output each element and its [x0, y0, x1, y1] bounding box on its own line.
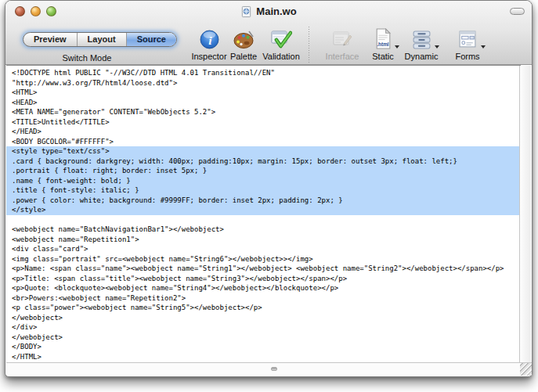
checkmark-window-icon: [271, 30, 292, 49]
tab-preview[interactable]: Preview: [23, 33, 78, 46]
document-proxy-icon[interactable]: [240, 5, 252, 18]
code-line: .power { color: white; background: #9999…: [6, 196, 521, 206]
code-line: </HEAD>: [6, 127, 521, 137]
interface-window-icon: [332, 30, 353, 49]
code-line: <p class="power"><webobject name="String…: [6, 303, 521, 313]
title-bar[interactable]: Main.wo: [5, 1, 532, 22]
html-document-icon: .html: [375, 28, 392, 49]
code-line: <style type="text/css">: [6, 146, 521, 156]
code-line: </webobject>: [6, 313, 521, 323]
code-line: </HTML>: [6, 352, 521, 362]
forms-menu-arrow: [481, 45, 486, 49]
splitter-handle[interactable]: [271, 367, 277, 371]
source-editor[interactable]: <!DOCTYPE html PUBLIC "-//W3C//DTD HTML …: [6, 65, 521, 363]
code-line: .name { font-weight: bold; }: [6, 176, 521, 186]
toolbar-toggle-pill[interactable]: [510, 8, 525, 15]
code-line: .card { background: darkgrey; width: 400…: [6, 156, 521, 167]
forms-label: Forms: [439, 52, 496, 61]
code-line: <webobject name="BatchNavigationBar1"></…: [6, 225, 521, 235]
code-line: <HTML>: [6, 88, 521, 98]
code-line: </BODY>: [6, 342, 521, 352]
code-line: <HEAD>: [6, 98, 521, 108]
dynamic-buttons-icon: [412, 31, 431, 49]
code-line: </style>: [6, 205, 521, 215]
toolbar: Preview Layout Source Switch Mode i Insp…: [5, 22, 532, 65]
code-line: <br>Powers:<webobject name="Repetition2"…: [6, 293, 521, 304]
code-line: .title { font-style: italic; }: [6, 185, 521, 196]
horizontal-scrollbar[interactable]: [6, 362, 533, 376]
code-line: <META NAME="generator" CONTENT="WebObjec…: [6, 107, 521, 117]
mode-segmented-control: Preview Layout Source: [23, 32, 177, 47]
code-line: <p>Quote: <blockquote><webobject name="S…: [6, 283, 521, 293]
tab-layout[interactable]: Layout: [78, 33, 127, 46]
svg-text:i: i: [208, 34, 212, 47]
form-elements-icon: [458, 30, 478, 49]
code-line: "http://www.w3.org/TR/html4/loose.dtd">: [6, 78, 521, 88]
code-line: <p>Title: <span class="title"><webobject…: [6, 274, 521, 284]
code-line: .portrait { float: right; border: inset …: [6, 166, 521, 176]
switch-mode-label: Switch Mode: [23, 53, 151, 63]
code-line: <div class="card">: [6, 244, 521, 254]
code-line: </webobject>: [6, 333, 521, 343]
code-line: <webobject name="Repetition1">: [6, 235, 521, 245]
forms-button[interactable]: Forms: [439, 25, 496, 61]
validation-label: Validation: [252, 52, 310, 61]
code-line: <img class="portrait" src=<webobject nam…: [6, 254, 521, 264]
tab-source[interactable]: Source: [127, 33, 176, 46]
code-line: <BODY BGCOLOR="#FFFFFF">: [6, 137, 521, 147]
main-window: Main.wo Preview Layout Source Switch Mod…: [5, 0, 533, 377]
validation-button[interactable]: Validation: [252, 25, 310, 61]
code-line: </div>: [6, 322, 521, 333]
svg-text:.html: .html: [377, 41, 389, 47]
window-title: Main.wo: [256, 5, 296, 17]
palette-icon: [233, 31, 255, 49]
resize-grip[interactable]: [520, 363, 533, 376]
vertical-scrollbar[interactable]: [519, 66, 531, 363]
code-line: <!DOCTYPE html PUBLIC "-//W3C//DTD HTML …: [6, 68, 521, 78]
code-line: <p>Name: <span class="name"><webobject n…: [6, 264, 521, 274]
code-line: <TITLE>Untitled</TITLE>: [6, 117, 521, 128]
code-line: [6, 215, 521, 225]
toolbar-separator: [309, 27, 309, 64]
